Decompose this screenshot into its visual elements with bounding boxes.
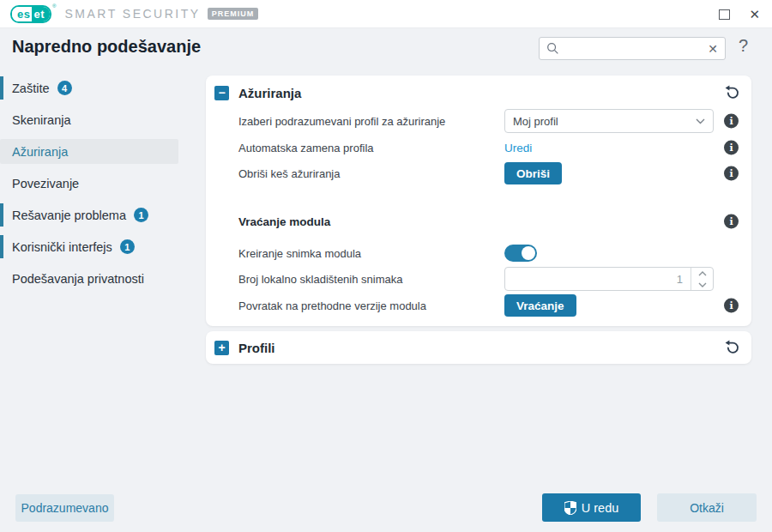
clear-cache-button[interactable]: Obriši	[504, 162, 562, 184]
sidebar-item-label: Korisnički interfejs	[12, 240, 112, 254]
sidebar-item-label: Skeniranja	[12, 113, 71, 127]
default-button[interactable]: Podrazumevano	[15, 494, 114, 522]
premium-badge: PREMIUM	[208, 8, 259, 20]
header: Napredno podešavanje ✕ ?	[0, 28, 772, 70]
sidebar-item-podesavanja-privatnosti[interactable]: Podešavanja privatnosti	[0, 266, 197, 291]
dropdown-value: Moj profil	[513, 115, 696, 128]
sidebar-item-label: Podešavanja privatnosti	[12, 272, 144, 286]
updates-section-header: − Ažuriranja	[206, 81, 751, 105]
stepper-buttons	[691, 268, 713, 290]
eset-logo: es et ®	[10, 5, 56, 23]
section-title: Ažuriranja	[238, 86, 301, 100]
edit-link[interactable]: Uredi	[504, 142, 532, 154]
count-badge: 1	[120, 239, 135, 254]
cancel-button[interactable]: Otkaži	[657, 493, 757, 522]
snapshot-count-input[interactable]	[505, 268, 691, 290]
section-title: Profili	[238, 341, 275, 355]
sidebar-item-zastite[interactable]: Zaštite 4	[0, 76, 197, 100]
rollback-button[interactable]: Vraćanje	[504, 294, 576, 317]
clear-update-cache-row: Obriši keš ažuriranja Obriši i	[206, 161, 751, 185]
maximize-button[interactable]	[719, 9, 730, 20]
snapshot-count-stepper	[504, 267, 714, 291]
attention-indicator	[0, 235, 3, 258]
snapshot-count-row: Broj lokalno skladištenih snimaka	[206, 267, 751, 291]
stepper-down-icon[interactable]	[691, 279, 713, 290]
updates-settings-card: − Ažuriranja Izaberi podrazumevani profi…	[206, 76, 751, 326]
ok-button[interactable]: U redu	[542, 493, 641, 522]
auto-profile-switch-row: Automatska zamena profila Uredi i	[206, 136, 751, 160]
group-title: Vraćanje modula	[238, 215, 330, 228]
module-rollback-row: Povratak na prethodne verzije modula Vra…	[206, 293, 751, 317]
sidebar-item-label: Rešavanje problema	[12, 209, 126, 222]
info-icon[interactable]: i	[724, 114, 739, 129]
eset-logo-mark: es et	[10, 5, 51, 23]
search-box[interactable]: ✕	[539, 37, 726, 60]
search-clear-icon[interactable]: ✕	[708, 43, 718, 55]
sidebar-item-azuriranja[interactable]: Ažuriranja	[0, 139, 178, 164]
titlebar: es et ® SMART SECURITY PREMIUM ✕	[0, 0, 772, 28]
registered-mark: ®	[52, 3, 56, 9]
snapshot-toggle[interactable]	[504, 245, 537, 262]
default-profile-row: Izaberi podrazumevani profil za ažuriran…	[206, 109, 751, 133]
help-icon[interactable]: ?	[739, 36, 748, 56]
profiles-section-header: + Profili	[206, 336, 751, 360]
chevron-down-icon	[696, 118, 705, 124]
ok-button-label: U redu	[582, 501, 619, 515]
toggle-knob	[522, 246, 535, 260]
info-icon[interactable]: i	[724, 141, 739, 155]
module-rollback-group-header: Vraćanje modula i	[206, 209, 751, 233]
row-label: Automatska zamena profila	[238, 142, 374, 154]
sidebar-item-korisnicki-interfejs[interactable]: Korisnički interfejs 1	[0, 234, 197, 259]
sidebar-item-label: Povezivanje	[12, 177, 79, 190]
info-icon[interactable]: i	[724, 166, 739, 181]
attention-indicator	[0, 76, 3, 100]
search-input[interactable]	[564, 42, 708, 55]
sidebar-item-label: Ažuriranja	[12, 145, 68, 159]
revert-to-default-icon[interactable]	[724, 340, 739, 355]
sidebar-item-skeniranja[interactable]: Skeniranja	[0, 107, 197, 132]
info-icon[interactable]: i	[724, 299, 739, 313]
row-label: Broj lokalno skladištenih snimaka	[238, 273, 402, 286]
profile-dropdown[interactable]: Moj profil	[504, 109, 714, 133]
page-title: Napredno podešavanje	[12, 37, 201, 57]
row-label: Kreiranje snimka modula	[238, 247, 361, 260]
advanced-setup-window: es et ® SMART SECURITY PREMIUM ✕ Napredn…	[0, 0, 772, 532]
eset-logo-left: es	[12, 7, 32, 21]
sidebar: Zaštite 4 Skeniranja Ažuriranja Poveziva…	[0, 76, 197, 298]
row-label: Povratak na prethodne verzije modula	[238, 299, 426, 312]
module-snapshot-row: Kreiranje snimka modula	[206, 241, 751, 265]
attention-indicator	[0, 203, 3, 227]
row-label: Izaberi podrazumevani profil za ažuriran…	[238, 115, 445, 128]
count-badge: 4	[57, 81, 72, 95]
info-icon[interactable]: i	[724, 215, 739, 229]
profiles-settings-card: + Profili	[206, 331, 751, 364]
collapse-icon[interactable]: −	[214, 86, 229, 100]
sidebar-item-povezivanje[interactable]: Povezivanje	[0, 171, 197, 196]
close-button[interactable]: ✕	[749, 8, 760, 21]
revert-to-default-icon[interactable]	[724, 85, 739, 100]
eset-logo-right: et	[32, 7, 50, 21]
row-label: Obriši keš ažuriranja	[238, 167, 341, 180]
stepper-up-icon[interactable]	[691, 268, 713, 279]
count-badge: 1	[134, 208, 148, 222]
sidebar-item-label: Zaštite	[12, 82, 50, 95]
sidebar-item-resavanje-problema[interactable]: Rešavanje problema 1	[0, 203, 197, 227]
expand-icon[interactable]: +	[214, 341, 229, 355]
product-name: SMART SECURITY	[64, 7, 200, 21]
window-controls: ✕	[719, 0, 760, 28]
uac-shield-icon	[564, 501, 576, 515]
search-icon	[546, 42, 559, 55]
